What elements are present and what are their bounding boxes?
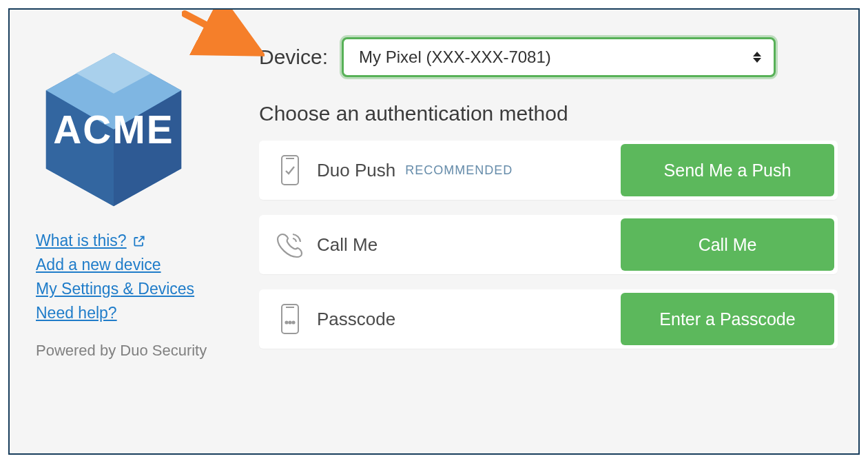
recommended-badge: RECOMMENDED [405, 163, 513, 178]
link-what-is-this[interactable]: What is this? [36, 232, 146, 250]
sidebar: ACME What is this? Add a new device My S… [30, 26, 237, 437]
phone-passcode-icon [274, 303, 306, 335]
method-duo-push: Duo Push RECOMMENDED Send Me a Push [259, 141, 838, 200]
external-link-icon [132, 234, 146, 248]
device-select[interactable]: My Pixel (XXX-XXX-7081) [342, 37, 776, 77]
svg-text:ACME: ACME [53, 108, 174, 152]
select-caret-icon [753, 52, 761, 63]
enter-passcode-button[interactable]: Enter a Passcode [621, 293, 834, 345]
svg-point-11 [289, 321, 291, 323]
link-add-device[interactable]: Add a new device [36, 256, 161, 274]
device-row: Device: My Pixel (XXX-XXX-7081) [259, 37, 838, 77]
phone-call-icon [274, 230, 306, 259]
device-label: Device: [259, 45, 328, 69]
method-passcode: Passcode Enter a Passcode [259, 289, 838, 349]
duo-auth-panel: ACME What is this? Add a new device My S… [8, 8, 860, 455]
phone-check-icon [274, 154, 306, 186]
powered-by-text: Powered by Duo Security [36, 342, 207, 360]
svg-rect-8 [282, 305, 298, 333]
method-call-me: Call Me Call Me [259, 215, 838, 274]
send-push-button[interactable]: Send Me a Push [621, 144, 834, 196]
svg-point-10 [285, 321, 287, 323]
svg-rect-6 [282, 156, 298, 185]
method-label: Passcode [317, 309, 395, 330]
call-me-button[interactable]: Call Me [621, 218, 834, 271]
svg-point-12 [292, 321, 294, 323]
method-label: Call Me [317, 234, 378, 256]
device-select-value: My Pixel (XXX-XXX-7081) [359, 48, 551, 67]
method-label: Duo Push [317, 160, 395, 181]
sidebar-links: What is this? Add a new device My Settin… [36, 232, 194, 322]
main-content: Device: My Pixel (XXX-XXX-7081) Choose a… [259, 26, 838, 437]
choose-method-heading: Choose an authentication method [259, 102, 838, 125]
acme-logo-icon: ACME [34, 47, 193, 212]
link-settings-devices[interactable]: My Settings & Devices [36, 280, 194, 298]
link-label: What is this? [36, 232, 127, 250]
link-need-help[interactable]: Need help? [36, 304, 117, 322]
